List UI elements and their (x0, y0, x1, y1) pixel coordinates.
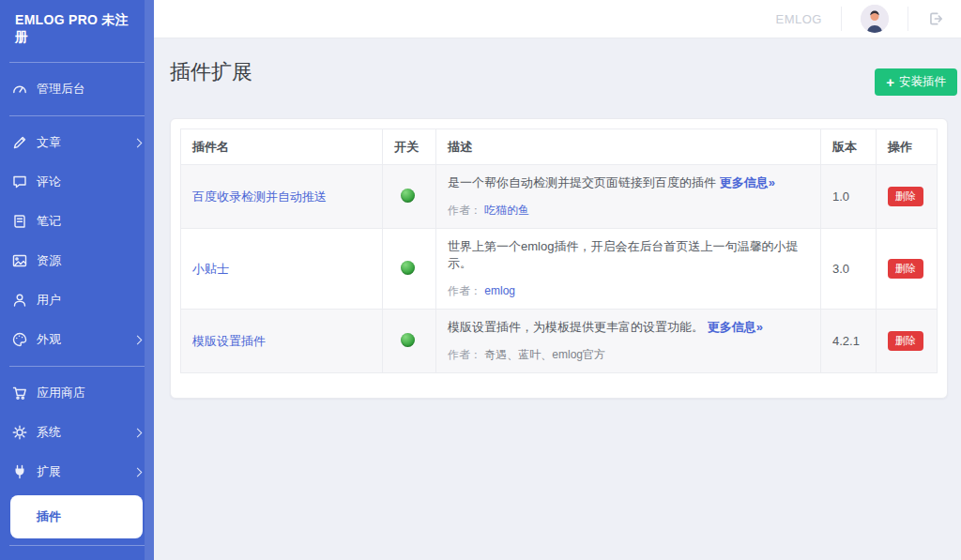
delete-button[interactable]: 删除 (888, 187, 923, 206)
palette-icon (12, 332, 27, 347)
plugin-name-link[interactable]: 模版设置插件 (192, 334, 266, 348)
delete-button[interactable]: 删除 (888, 259, 923, 279)
sidebar-item-label: 扩展 (37, 463, 61, 480)
sidebar-item-label: 文章 (37, 134, 61, 151)
header-description: 描述 (436, 129, 821, 165)
comment-icon (12, 174, 27, 189)
delete-button[interactable]: 删除 (888, 331, 923, 351)
main-area: EMLOG 插件扩展 + 安装插件 (154, 0, 961, 560)
plugin-toggle-on[interactable] (401, 333, 415, 347)
page-title: 插件扩展 (170, 58, 252, 86)
image-icon (12, 253, 27, 268)
sidebar-item-comments[interactable]: 评论 (0, 162, 154, 202)
gear-icon (12, 425, 27, 440)
user-avatar[interactable] (861, 5, 889, 33)
divider (9, 62, 145, 63)
divider (908, 7, 908, 31)
sidebar-subitem-plugins[interactable]: 插件 (10, 495, 143, 538)
plug-icon (12, 464, 27, 479)
sidebar-item-articles[interactable]: 文章 (0, 123, 154, 162)
plugins-table: 插件名 开关 描述 版本 操作 百度收录检测并自动推送 (180, 129, 938, 373)
sidebar-item-label: 笔记 (37, 213, 61, 230)
plugin-toggle-on[interactable] (401, 189, 415, 203)
sidebar-item-label: 系统 (37, 424, 61, 441)
plugin-version: 3.0 (821, 229, 877, 310)
site-link[interactable]: EMLOG (776, 12, 822, 26)
sidebar-item-label: 资源 (37, 252, 61, 269)
plugin-author: 作者： emlog (448, 283, 809, 299)
sidebar-subitem-label: 插件 (37, 508, 61, 525)
user-icon (12, 293, 27, 308)
header-switch: 开关 (383, 129, 436, 165)
sidebar-item-notes[interactable]: 笔记 (0, 202, 154, 241)
sidebar: EMLOG PRO 未注册 管理后台 文章 评论 笔记 (0, 0, 154, 560)
table-header-row: 插件名 开关 描述 版本 操作 (181, 129, 938, 165)
sidebar-item-label: 应用商店 (37, 385, 85, 401)
chevron-right-icon (133, 428, 143, 437)
sidebar-item-label: 管理后台 (37, 81, 85, 98)
dashboard-icon (12, 82, 27, 97)
plugin-name-link[interactable]: 百度收录检测并自动推送 (192, 189, 327, 204)
plugin-description: 世界上第一个emlog插件，开启会在后台首页送上一句温馨的小提示。 (448, 238, 809, 272)
more-info-link[interactable]: 更多信息» (720, 175, 775, 189)
sidebar-item-dashboard[interactable]: 管理后台 (0, 69, 154, 109)
author-link[interactable]: emlog (484, 284, 515, 297)
header-plugin-name: 插件名 (181, 129, 383, 165)
notebook-icon (12, 214, 27, 229)
logout-icon[interactable] (927, 10, 944, 27)
header-version: 版本 (821, 129, 877, 165)
sidebar-item-label: 用户 (37, 292, 61, 309)
plugin-toggle-on[interactable] (401, 261, 415, 275)
sidebar-item-label: 外观 (37, 331, 61, 348)
sidebar-item-appearance[interactable]: 外观 (0, 320, 154, 359)
app-logo: EMLOG PRO 未注册 (0, 0, 154, 55)
divider (9, 366, 145, 367)
pencil-icon (12, 135, 27, 150)
plugin-author: 作者： 奇遇、蓝叶、emlog官方 (448, 347, 809, 363)
plugin-description: 是一个帮你自动检测并提交页面链接到百度的插件 更多信息» (448, 174, 809, 191)
table-row: 百度收录检测并自动推送 是一个帮你自动检测并提交页面链接到百度的插件 更多信息»… (181, 165, 938, 229)
page-content: 插件扩展 + 安装插件 插件名 开关 描述 版本 操作 (154, 38, 961, 399)
divider (9, 115, 145, 116)
plugin-author: 作者： 吃猫的鱼 (448, 203, 809, 219)
plugin-name-link[interactable]: 小贴士 (192, 262, 229, 276)
sidebar-item-resources[interactable]: 资源 (0, 241, 154, 280)
sidebar-item-app-store[interactable]: 应用商店 (0, 373, 154, 413)
plugin-description: 模版设置插件，为模板提供更丰富的设置功能。 更多信息» (448, 319, 809, 336)
cart-icon (12, 386, 27, 401)
sidebar-item-system[interactable]: 系统 (0, 413, 154, 452)
plugins-card: 插件名 开关 描述 版本 操作 百度收录检测并自动推送 (170, 118, 948, 399)
more-info-link[interactable]: 更多信息» (708, 320, 763, 334)
table-row: 小贴士 世界上第一个emlog插件，开启会在后台首页送上一句温馨的小提示。 作者… (181, 229, 938, 310)
install-plugin-label: 安装插件 (899, 74, 946, 90)
page-header: 插件扩展 + 安装插件 (170, 58, 948, 96)
divider (841, 7, 842, 31)
sidebar-item-users[interactable]: 用户 (0, 280, 154, 320)
chevron-right-icon (133, 138, 143, 147)
author-link[interactable]: 吃猫的鱼 (484, 204, 529, 217)
install-plugin-button[interactable]: + 安装插件 (875, 68, 957, 96)
topbar: EMLOG (154, 0, 961, 38)
chevron-right-icon (133, 335, 143, 344)
divider (9, 545, 145, 546)
header-action: 操作 (877, 129, 938, 165)
app-window: EMLOG PRO 未注册 管理后台 文章 评论 笔记 (0, 0, 961, 560)
plugin-version: 4.2.1 (821, 310, 877, 373)
author-names: 奇遇、蓝叶、emlog官方 (484, 348, 605, 361)
sidebar-item-label: 评论 (37, 174, 61, 190)
table-row: 模版设置插件 模版设置插件，为模板提供更丰富的设置功能。 更多信息» 作者： 奇… (181, 310, 938, 373)
sidebar-item-extensions[interactable]: 扩展 (0, 452, 154, 492)
plus-icon: + (886, 77, 894, 88)
chevron-right-icon (133, 467, 143, 477)
plugin-version: 1.0 (821, 165, 877, 229)
